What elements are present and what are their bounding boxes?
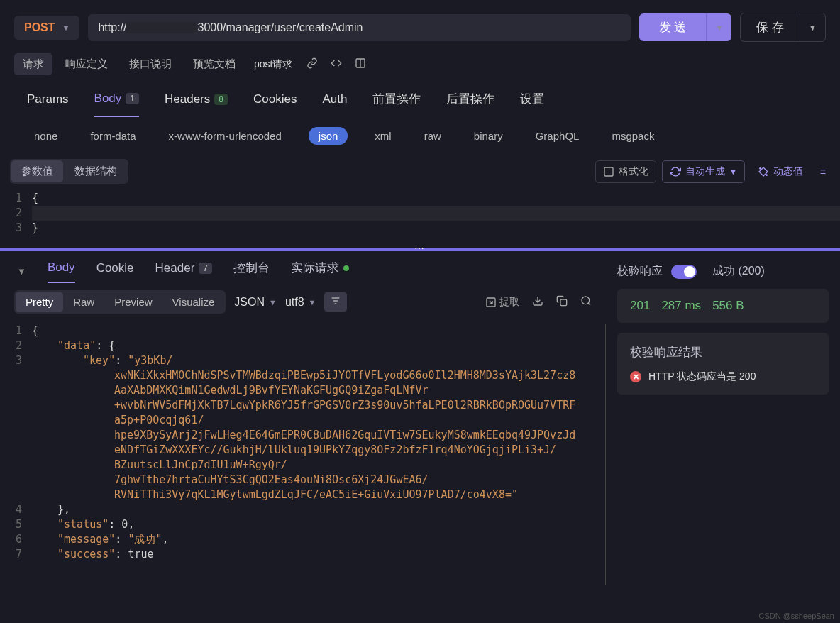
encoding-select[interactable]: utf8▼ xyxy=(285,296,316,309)
magic-icon xyxy=(758,166,769,177)
resp-tab-body[interactable]: Body xyxy=(48,260,75,283)
validation-result-card: 校验响应结果 ✕ HTTP 状态码应当是 200 xyxy=(617,333,829,395)
save-dropdown[interactable]: ▼ xyxy=(800,13,826,42)
resp-tab-actual[interactable]: 实际请求 xyxy=(291,260,349,283)
view-preview[interactable]: Preview xyxy=(104,292,162,312)
bodytype-msgpack[interactable]: msgpack xyxy=(606,127,660,145)
copy-icon[interactable] xyxy=(556,295,568,309)
tab-headers[interactable]: Headers 8 xyxy=(165,91,228,117)
chevron-down-icon: ▼ xyxy=(62,23,70,32)
extract-button[interactable]: 提取 xyxy=(485,296,519,309)
method-label: POST xyxy=(24,21,55,34)
tab-data-structure[interactable]: 数据结构 xyxy=(65,160,127,182)
svg-rect-3 xyxy=(560,299,567,306)
validate-toggle[interactable] xyxy=(671,265,697,279)
svg-point-4 xyxy=(582,297,590,304)
request-body-editor[interactable]: 123 { } xyxy=(0,188,840,248)
bodytype-binary[interactable]: binary xyxy=(468,127,509,145)
tab-auth[interactable]: Auth xyxy=(322,91,347,117)
tab-params[interactable]: Params xyxy=(27,91,69,117)
tab-body[interactable]: Body 1 xyxy=(94,91,139,117)
layout-icon[interactable] xyxy=(350,57,370,71)
code-icon[interactable] xyxy=(326,57,346,71)
format-select[interactable]: JSON▼ xyxy=(234,296,277,309)
send-button[interactable]: 发 送 xyxy=(639,13,707,41)
bodytype-xml[interactable]: xml xyxy=(369,127,397,145)
status-dot-icon xyxy=(343,265,349,271)
refresh-icon xyxy=(670,166,681,177)
validate-label: 校验响应 xyxy=(617,264,663,279)
resize-handle[interactable] xyxy=(0,248,840,251)
resp-tab-cookie[interactable]: Cookie xyxy=(96,261,134,282)
header-count-badge: 7 xyxy=(199,263,212,274)
gutter: 123 xyxy=(0,191,32,236)
resp-tab-console[interactable]: 控制台 xyxy=(233,260,270,283)
watermark: CSDN @ssheepSean xyxy=(758,612,834,620)
tab-settings[interactable]: 设置 xyxy=(520,91,544,117)
send-dropdown[interactable]: ▼ xyxy=(706,13,731,41)
error-icon: ✕ xyxy=(630,371,641,382)
tab-pre-request[interactable]: 前置操作 xyxy=(372,91,421,117)
response-gutter: 123 4567 xyxy=(0,324,32,585)
collapse-icon[interactable]: ▼ xyxy=(17,266,26,277)
resp-tab-header[interactable]: Header 7 xyxy=(155,261,212,282)
bodytype-xwww[interactable]: x-www-form-urlencoded xyxy=(163,127,287,145)
save-button[interactable]: 保 存 xyxy=(740,13,800,42)
more-icon[interactable]: ≡ xyxy=(816,166,830,177)
view-pretty[interactable]: Pretty xyxy=(16,292,63,312)
headers-count-badge: 8 xyxy=(214,94,228,105)
result-message: HTTP 状态码应当是 200 xyxy=(648,370,756,383)
result-title: 校验响应结果 xyxy=(630,344,816,360)
subtab-request[interactable]: 请求 xyxy=(14,53,52,75)
format-icon xyxy=(603,166,614,177)
search-icon[interactable] xyxy=(580,295,592,309)
bodytype-raw[interactable]: raw xyxy=(419,127,447,145)
method-selector[interactable]: POST ▼ xyxy=(14,16,79,40)
view-raw[interactable]: Raw xyxy=(63,292,104,312)
link-icon[interactable] xyxy=(302,57,322,71)
dynamic-button[interactable]: 动态值 xyxy=(751,161,810,182)
filter-icon[interactable] xyxy=(324,292,347,312)
body-count-badge: 1 xyxy=(126,93,139,104)
view-visualize[interactable]: Visualize xyxy=(162,292,225,312)
svg-rect-1 xyxy=(604,167,613,176)
bodytype-none[interactable]: none xyxy=(28,127,63,145)
bodytype-formdata[interactable]: form-data xyxy=(84,127,141,145)
response-size: 556 B xyxy=(712,299,744,313)
bodytype-graphql[interactable]: GraphQL xyxy=(530,127,585,145)
autogen-button[interactable]: 自动生成 ▼ xyxy=(662,160,745,183)
bodytype-json[interactable]: json xyxy=(309,127,348,145)
response-body-viewer[interactable]: 123 4567 { "data": { "key": "y3bKb/ xwNK… xyxy=(0,321,606,585)
request-name: post请求 xyxy=(248,58,298,71)
subtab-response-def[interactable]: 响应定义 xyxy=(57,53,116,75)
status-code: 201 xyxy=(630,299,650,313)
subtab-api-doc[interactable]: 接口说明 xyxy=(121,53,180,75)
status-card: 201 287 ms 556 B xyxy=(617,289,829,323)
url-input[interactable]: http://3000/manager/user/createAdmin xyxy=(88,14,630,41)
expected-status: 成功 (200) xyxy=(712,264,765,279)
download-icon[interactable] xyxy=(532,295,543,309)
tab-post-request[interactable]: 后置操作 xyxy=(446,91,494,117)
subtab-preview[interactable]: 预览文档 xyxy=(184,53,244,75)
tab-cookies[interactable]: Cookies xyxy=(253,91,297,117)
tab-param-value[interactable]: 参数值 xyxy=(11,160,63,182)
redacted-host xyxy=(126,22,197,33)
format-button[interactable]: 格式化 xyxy=(595,160,656,183)
response-time: 287 ms xyxy=(661,299,701,313)
